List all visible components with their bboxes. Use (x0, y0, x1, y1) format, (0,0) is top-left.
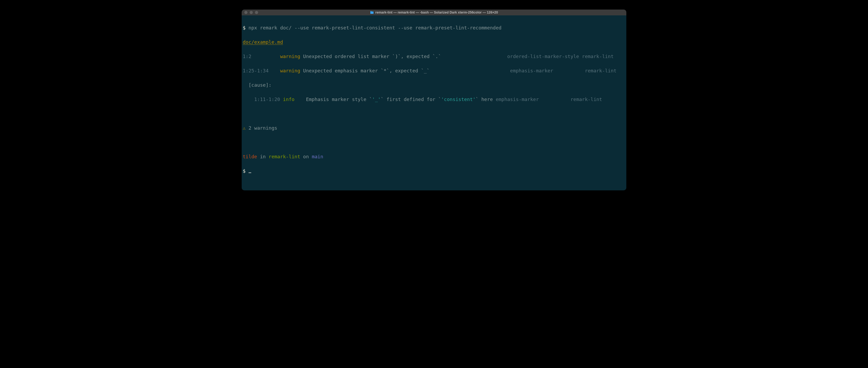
lint-position: 1:2 (243, 54, 280, 59)
lint-source: remark-lint (585, 68, 617, 73)
lint-rule: emphasis-marker (510, 68, 582, 73)
folder-icon (370, 11, 374, 14)
severity-info: info (283, 97, 303, 102)
lint-source: remark-lint (570, 97, 602, 102)
lint-position: 1:11-1:20 (243, 97, 280, 102)
file-path: doc/example.md (243, 39, 283, 45)
summary-text: 2 warnings (246, 125, 277, 131)
prompt-symbol: $ (243, 25, 249, 31)
close-icon[interactable] (244, 11, 248, 14)
status-host: tilde (243, 154, 257, 159)
lint-rule: ordered-list-marker-style (507, 54, 579, 59)
svg-rect-0 (370, 12, 373, 12)
window-title: remark-lint — remark-lint — -bash — Sola… (375, 10, 498, 14)
command-line: npx remark doc/ --use remark-preset-lint… (249, 25, 502, 31)
severity-warning: warning (280, 54, 300, 59)
prompt-symbol: $ (243, 168, 249, 174)
warning-icon: ⚠ (243, 125, 246, 131)
cause-label: [cause]: (243, 82, 271, 88)
terminal-body[interactable]: $ npx remark doc/ --use remark-preset-li… (242, 15, 626, 190)
minimize-icon[interactable] (250, 11, 253, 14)
lint-message: Emphasis marker style ` (306, 97, 372, 102)
cursor-icon (249, 172, 251, 173)
titlebar[interactable]: remark-lint — remark-lint — -bash — Sola… (242, 9, 626, 15)
lint-message: Unexpected emphasis marker `*`, expected… (303, 68, 510, 73)
zoom-icon[interactable] (255, 11, 258, 14)
status-branch: main (312, 154, 323, 159)
lint-rule: emphasis-marker (496, 97, 568, 102)
lint-position: 1:25-1:34 (243, 68, 280, 73)
lint-source: remark-lint (582, 54, 614, 59)
lint-message: Unexpected ordered list marker `)`, expe… (303, 54, 507, 59)
severity-warning: warning (280, 68, 300, 73)
terminal-window: remark-lint — remark-lint — -bash — Sola… (242, 9, 626, 190)
status-dir: remark-lint (269, 154, 300, 159)
